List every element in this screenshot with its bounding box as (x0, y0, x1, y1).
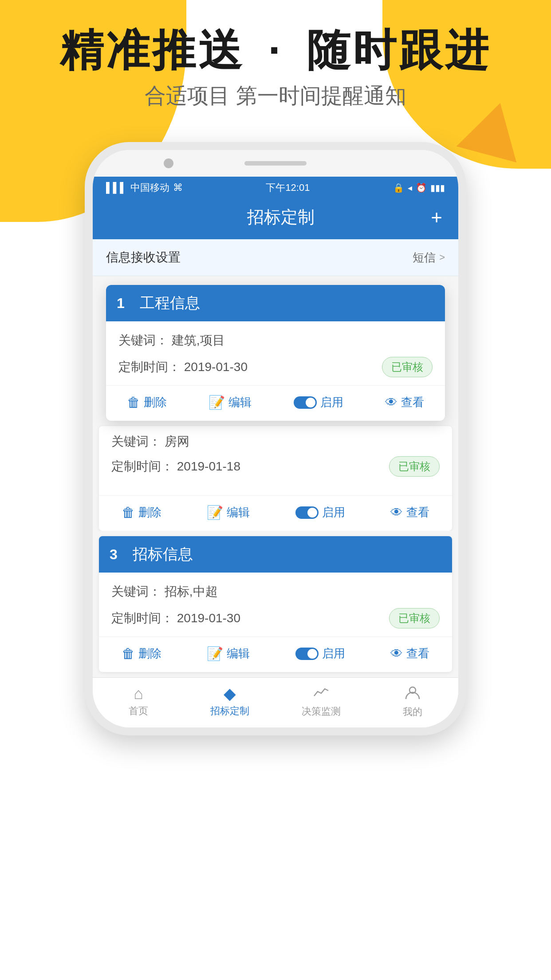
tab-customize-label: 招标定制 (210, 704, 249, 718)
card-1-view-button[interactable]: 👁 查看 (385, 395, 424, 410)
card-2-time-row: 定制时间： 2019-01-18 已审核 (111, 456, 440, 477)
status-bar: ▌▌▌ 中国移动 ⌘ 下午12:01 🔒 ◂ ⏰ ▮▮▮ (93, 177, 458, 199)
tab-monitor-label: 决策监测 (302, 705, 341, 718)
edit-label-2: 编辑 (227, 505, 250, 520)
eye-icon-2: 👁 (390, 505, 403, 520)
card-1: 1 工程信息 关键词： 建筑,项目 (106, 285, 445, 421)
tab-home[interactable]: ⌂ 首页 (107, 686, 169, 718)
toggle-track-3 (295, 648, 319, 660)
delete-label-2: 删除 (138, 505, 161, 520)
card-1-body: 关键词： 建筑,项目 定制时间： 2019-01-30 已审核 (106, 321, 445, 377)
enable-label: 启用 (320, 395, 343, 410)
user-icon (405, 685, 420, 703)
view-label-2: 查看 (406, 505, 429, 520)
card-2: 关键词： 房网 定制时间： 2019-01-18 已审核 (99, 426, 452, 531)
hero-title-part1: 精准推送 (60, 26, 244, 75)
toggle-thumb (306, 398, 315, 407)
toggle-thumb-3 (307, 649, 317, 659)
info-bar-label: 信息接收设置 (106, 249, 181, 266)
card-1-time-text: 定制时间： 2019-01-30 (118, 359, 248, 375)
status-time: 下午12:01 (266, 181, 310, 194)
card-1-delete-button[interactable]: 🗑 删除 (127, 395, 167, 410)
hero-subtitle: 合适项目 第一时间提醒通知 (0, 82, 551, 110)
location-icon: ◂ (408, 182, 412, 193)
tab-mine-label: 我的 (403, 705, 422, 719)
status-right: 🔒 ◂ ⏰ ▮▮▮ (393, 182, 445, 193)
card-3-enable-button[interactable]: 启用 (295, 646, 345, 661)
card-2-keyword-row: 关键词： 房网 (111, 433, 440, 450)
delete-label-3: 删除 (138, 646, 161, 661)
view-label-3: 查看 (406, 646, 429, 661)
card-3-time-row: 定制时间： 2019-01-30 已审核 (111, 608, 440, 628)
card-1-keyword-text: 关键词： 建筑,项目 (118, 332, 225, 349)
edit-label-3: 编辑 (227, 646, 250, 661)
toggle-thumb-2 (307, 508, 317, 518)
card-2-badge: 已审核 (389, 456, 440, 477)
edit-icon-2: 📝 (207, 505, 223, 520)
tab-monitor[interactable]: 决策监测 (290, 685, 352, 718)
alarm-icon: ⏰ (416, 182, 427, 193)
edit-icon: 📝 (209, 395, 225, 410)
card-3-header: 3 招标信息 (99, 536, 452, 573)
edit-icon-3: 📝 (207, 646, 223, 661)
nav-bar: 招标定制 + (93, 199, 458, 239)
tab-bar: ⌂ 首页 ◆ 招标定制 决策监测 (93, 677, 458, 727)
card-1-time-row: 定制时间： 2019-01-30 已审核 (118, 357, 433, 377)
nav-title: 招标定制 (247, 206, 315, 229)
card-3-edit-button[interactable]: 📝 编辑 (207, 646, 250, 661)
card-2-body: 关键词： 房网 定制时间： 2019-01-18 已审核 (99, 426, 452, 492)
enable-label-3: 启用 (322, 646, 345, 661)
toggle-track (294, 396, 317, 409)
phone-camera (164, 158, 173, 168)
edit-label: 编辑 (228, 395, 252, 410)
carrier-text: 中国移动 (130, 181, 169, 194)
eye-icon: 👁 (385, 395, 398, 410)
card-1-number: 1 (117, 295, 133, 312)
signal-icon: ▌▌▌ (106, 182, 127, 194)
phone-outer: ▌▌▌ 中国移动 ⌘ 下午12:01 🔒 ◂ ⏰ ▮▮▮ 招标定制 + (85, 142, 466, 735)
card-3: 3 招标信息 关键词： 招标,中超 (99, 536, 452, 672)
home-icon: ⌂ (134, 686, 143, 702)
add-button[interactable]: + (431, 208, 442, 227)
card-3-delete-button[interactable]: 🗑 删除 (122, 646, 161, 661)
card-1-title: 工程信息 (140, 293, 200, 313)
card-3-body: 关键词： 招标,中超 定制时间： 2019-01-30 已审核 (99, 573, 452, 628)
status-left: ▌▌▌ 中国移动 ⌘ (106, 181, 183, 194)
tab-mine[interactable]: 我的 (382, 685, 444, 719)
hero-section: 精准推送 · 随时跟进 合适项目 第一时间提醒通知 (0, 27, 551, 110)
card-2-enable-button[interactable]: 启用 (295, 505, 345, 520)
card-1-edit-button[interactable]: 📝 编辑 (209, 395, 252, 410)
card-1-badge: 已审核 (382, 357, 433, 377)
chevron-icon: > (439, 252, 445, 263)
wifi-icon: ⌘ (173, 182, 183, 194)
tab-customize[interactable]: ◆ 招标定制 (199, 686, 261, 718)
card-3-view-button[interactable]: 👁 查看 (390, 646, 429, 661)
phone-speaker (244, 161, 307, 166)
tab-home-label: 首页 (129, 704, 148, 718)
card-2-actions: 🗑 删除 📝 编辑 启用 (99, 495, 452, 531)
card-1-actions: 🗑 删除 📝 编辑 启用 (106, 385, 445, 421)
monitor-icon (313, 685, 329, 702)
toggle-track-2 (295, 506, 319, 519)
lock-icon: 🔒 (393, 182, 404, 193)
hero-dot: · (268, 26, 283, 75)
phone-notch (93, 150, 458, 177)
trash-icon-2: 🗑 (122, 505, 135, 520)
phone-mockup: ▌▌▌ 中国移动 ⌘ 下午12:01 🔒 ◂ ⏰ ▮▮▮ 招标定制 + (85, 142, 466, 735)
phone-content: 1 工程信息 关键词： 建筑,项目 (93, 276, 458, 727)
card-3-keyword-row: 关键词： 招标,中超 (111, 583, 440, 600)
card-1-enable-button[interactable]: 启用 (294, 395, 343, 410)
info-bar-right: 短信 > (413, 250, 445, 265)
card-3-title: 招标信息 (133, 544, 193, 565)
info-bar-value: 短信 (413, 250, 436, 265)
card-2-delete-button[interactable]: 🗑 删除 (122, 505, 161, 520)
view-label: 查看 (401, 395, 424, 410)
card-1-header: 1 工程信息 (106, 285, 445, 321)
card-2-view-button[interactable]: 👁 查看 (390, 505, 429, 520)
info-bar[interactable]: 信息接收设置 短信 > (93, 239, 458, 276)
card-2-edit-button[interactable]: 📝 编辑 (207, 505, 250, 520)
eye-icon-3: 👁 (390, 646, 403, 661)
trash-icon: 🗑 (127, 395, 140, 410)
hero-title-part2: 随时跟进 (307, 26, 491, 75)
card-3-number: 3 (110, 546, 126, 563)
